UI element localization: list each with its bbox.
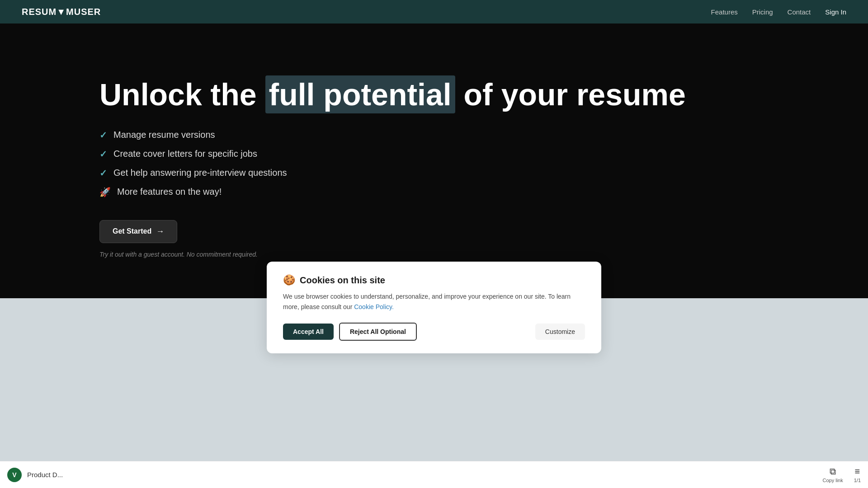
nav-links: Features Pricing Contact Sign In bbox=[711, 8, 846, 16]
cookie-icon: 🍪 bbox=[283, 274, 295, 286]
feature-text-2: Create cover letters for specific jobs bbox=[113, 149, 257, 159]
check-icon-3: ✓ bbox=[99, 168, 107, 178]
title-after: of your resume bbox=[455, 77, 686, 112]
feature-item-1: ✓ Manage resume versions bbox=[99, 130, 769, 141]
copy-link-icon: ⧉ bbox=[830, 466, 836, 477]
cookie-policy-link[interactable]: Cookie Policy. bbox=[354, 303, 394, 310]
guest-subtitle: Try it out with a guest account. No comm… bbox=[99, 251, 258, 258]
get-started-label: Get Started bbox=[113, 227, 151, 235]
title-highlight: full potential bbox=[265, 75, 455, 113]
feature-text-1: Manage resume versions bbox=[113, 130, 215, 140]
product-logo-letter: V bbox=[12, 471, 16, 479]
title-before: Unlock the bbox=[99, 77, 265, 112]
logo-text: RESUM▼MUSER bbox=[22, 7, 101, 17]
cookie-body: We use browser cookies to understand, pe… bbox=[283, 291, 585, 312]
copy-link-label: Copy link bbox=[822, 478, 843, 483]
product-logo: V bbox=[7, 468, 22, 482]
arrow-icon: → bbox=[156, 227, 164, 236]
hero-title: Unlock the full potential of your resume bbox=[99, 78, 769, 112]
nav-pricing[interactable]: Pricing bbox=[752, 8, 773, 16]
product-bar-text: Product D... bbox=[27, 471, 63, 479]
page-indicator-icon: ≡ bbox=[855, 466, 860, 477]
cookie-header: 🍪 Cookies on this site bbox=[283, 274, 585, 286]
copy-link-button[interactable]: ⧉ Copy link bbox=[822, 466, 843, 483]
get-started-button[interactable]: Get Started → bbox=[99, 220, 177, 243]
check-icon-1: ✓ bbox=[99, 130, 107, 141]
reject-optional-button[interactable]: Reject All Optional bbox=[339, 323, 417, 341]
cookie-banner: 🍪 Cookies on this site We use browser co… bbox=[267, 262, 601, 353]
navbar: RESUM▼MUSER Features Pricing Contact Sig… bbox=[0, 0, 868, 23]
check-icon-2: ✓ bbox=[99, 149, 107, 160]
feature-text-4: More features on the way! bbox=[117, 187, 222, 197]
feature-text-3: Get help answering pre-interview questio… bbox=[113, 168, 287, 178]
product-bar-left: V Product D... bbox=[7, 468, 63, 482]
product-bar-right: ⧉ Copy link ≡ 1/1 bbox=[822, 466, 861, 483]
cookie-actions: Accept All Reject All Optional Customize bbox=[283, 323, 585, 341]
feature-item-2: ✓ Create cover letters for specific jobs bbox=[99, 149, 769, 160]
rocket-icon: 🚀 bbox=[99, 187, 111, 197]
customize-button[interactable]: Customize bbox=[535, 324, 585, 340]
page-indicator-text: 1/1 bbox=[854, 478, 861, 483]
nav-signin[interactable]: Sign In bbox=[825, 8, 846, 16]
feature-list: ✓ Manage resume versions ✓ Create cover … bbox=[99, 130, 769, 197]
cookie-title: Cookies on this site bbox=[300, 275, 385, 286]
logo: RESUM▼MUSER bbox=[22, 7, 101, 17]
nav-contact[interactable]: Contact bbox=[788, 8, 811, 16]
nav-features[interactable]: Features bbox=[711, 8, 738, 16]
accept-all-button[interactable]: Accept All bbox=[283, 324, 334, 340]
product-bar: V Product D... ⧉ Copy link ≡ 1/1 bbox=[0, 461, 868, 488]
feature-item-4: 🚀 More features on the way! bbox=[99, 187, 769, 197]
page-indicator: ≡ 1/1 bbox=[854, 466, 861, 483]
feature-item-3: ✓ Get help answering pre-interview quest… bbox=[99, 168, 769, 178]
